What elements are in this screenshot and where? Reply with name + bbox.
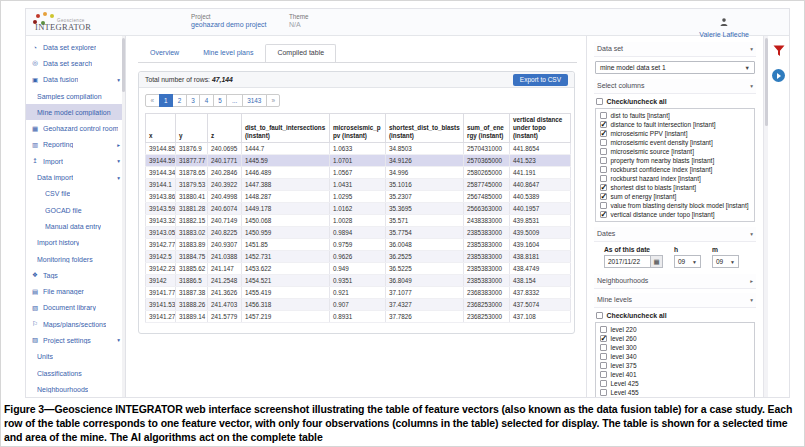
checkbox-icon[interactable] xyxy=(600,166,607,173)
levels-check-all[interactable]: Check/uncheck all xyxy=(596,312,756,319)
column-header[interactable]: sum_of_energy (instant) xyxy=(464,114,510,143)
column-option-property-from-nearby-blasts-instant[interactable]: property from nearby blasts [instant] xyxy=(600,156,750,165)
column-option-rockburst-hazard-index-instant[interactable]: rockburst hazard index [instant] xyxy=(600,174,750,183)
level-option-level-340[interactable]: level 340 xyxy=(600,352,750,361)
sidebar-item-units[interactable]: Units xyxy=(26,349,125,365)
level-option-level-220[interactable]: level 220 xyxy=(600,325,750,334)
checkbox-icon[interactable] xyxy=(600,202,607,209)
page-button-next[interactable]: » xyxy=(266,94,281,107)
page-button-3[interactable]: 3 xyxy=(186,94,201,107)
dataset-select[interactable]: mine model data set 1 ▼ xyxy=(595,61,755,74)
page-button-ellipsis[interactable]: ... xyxy=(226,94,242,107)
sidebar-item-samples-compilation[interactable]: Samples compilation xyxy=(26,88,125,104)
checkbox-icon[interactable] xyxy=(600,148,607,155)
panel-scrollbar[interactable] xyxy=(763,36,768,397)
column-option-value-from-blasting-density-block-model-instant[interactable]: value from blasting density block model … xyxy=(600,201,750,210)
page-button-1[interactable]: 1 xyxy=(159,94,174,107)
tab-compiled-table[interactable]: Compiled table xyxy=(265,44,336,62)
column-option-microseismic-source-instant[interactable]: microseismic source [instant] xyxy=(600,147,750,156)
column-header[interactable]: dist_to_fault_intersections (instant) xyxy=(242,114,330,143)
sidebar-item-mine-model-compilation[interactable]: Mine model compilation xyxy=(26,104,125,120)
dates-section-header[interactable]: Dates ▾ xyxy=(594,227,756,242)
sidebar-item-reporting[interactable]: ▥Reporting▸ xyxy=(26,137,125,153)
hour-select[interactable]: 09 ▼ xyxy=(674,255,701,268)
table-row[interactable]: 39144.5931877.77240.17711445.591.070134.… xyxy=(146,154,571,166)
column-header[interactable]: vertical distance under topo (instant) xyxy=(510,114,571,143)
table-row[interactable]: 39141.2731889.14241.57791457.2190.893137… xyxy=(146,310,571,322)
sidebar-item-data-set-explorer[interactable]: ◔Data set explorer xyxy=(26,39,125,55)
minute-select[interactable]: 09 ▼ xyxy=(712,255,739,268)
level-option-level-455[interactable]: Level 455 xyxy=(600,388,750,397)
page-button-4[interactable]: 4 xyxy=(199,94,214,107)
sidebar-item-import-history[interactable]: Import history xyxy=(26,235,125,251)
level-option-level-425[interactable]: Level 425 xyxy=(600,379,750,388)
sidebar-item-maps-plans-sections[interactable]: ⚐Maps/plans/sections xyxy=(26,316,125,332)
checkbox-icon[interactable] xyxy=(600,139,607,146)
user-name[interactable]: Valerie Lafleche xyxy=(699,31,749,38)
checkbox-icon[interactable] xyxy=(600,157,607,164)
table-row[interactable]: 39141.5331888.26241.47031456.3180.90737.… xyxy=(146,298,571,310)
level-option-level-260[interactable]: level 260 xyxy=(600,334,750,343)
column-option-microseismic-event-density-instant[interactable]: microseismic event density [instant] xyxy=(600,138,750,147)
sidebar-item-csv-file[interactable]: CSV file xyxy=(26,186,125,202)
checkbox-icon[interactable] xyxy=(600,211,607,218)
checkbox-icon[interactable] xyxy=(600,326,607,333)
checkbox-icon[interactable] xyxy=(600,112,607,119)
tab-overview[interactable]: Overview xyxy=(138,44,191,62)
table-row[interactable]: 39143.3231882.15240.71491450.0681.002835… xyxy=(146,214,571,226)
checkbox-icon[interactable] xyxy=(600,344,607,351)
page-button-5[interactable]: 5 xyxy=(213,94,228,107)
sidebar-item-document-library[interactable]: ▧Document library xyxy=(26,300,125,316)
sidebar-item-neighbourhoods[interactable]: Neighbourhoods xyxy=(26,381,125,397)
column-option-rockburst-confidence-index-instant[interactable]: rockburst confidence index [instant] xyxy=(600,165,750,174)
table-row[interactable]: 39143.0531883.02240.82251450.9590.989435… xyxy=(146,226,571,238)
checkbox-icon[interactable] xyxy=(600,353,607,360)
select-columns-section-header[interactable]: Select columns ▾ xyxy=(594,79,756,94)
checkbox-icon[interactable] xyxy=(600,130,607,137)
table-row[interactable]: 39141.7731887.38241.36261455.4190.92137.… xyxy=(146,286,571,298)
table-row[interactable]: 39144.8531876.9240.06951444.71.063334.85… xyxy=(146,142,571,154)
checkbox-icon[interactable] xyxy=(596,98,603,105)
column-header[interactable]: microseismic_ppv (instant) xyxy=(330,114,386,143)
column-header[interactable]: y xyxy=(176,114,208,143)
sidebar-item-tags[interactable]: ❖Tags xyxy=(26,267,125,283)
column-option-shortest-dist-to-blasts-instant[interactable]: shortest dist to blasts [instant] xyxy=(600,183,750,192)
column-option-dist-to-faults-instant[interactable]: dist to faults [instant] xyxy=(600,111,750,120)
level-option-level-300[interactable]: level 300 xyxy=(600,343,750,352)
sidebar-item-geohazard-control-room[interactable]: ▦Geohazard control room xyxy=(26,120,125,136)
table-row[interactable]: 39142.2331885.62241.1471453.6220.94936.5… xyxy=(146,262,571,274)
checkbox-icon[interactable] xyxy=(596,312,603,319)
sidebar-item-manual-data-entry[interactable]: Manual data entry xyxy=(26,218,125,234)
checkbox-icon[interactable] xyxy=(600,389,607,396)
level-option-level-401[interactable]: level 401 xyxy=(600,370,750,379)
dataset-section-header[interactable]: Data set ▾ xyxy=(594,42,756,57)
sidebar-item-data-set-search[interactable]: ◎Data set search xyxy=(26,55,125,71)
sidebar-scrollbar[interactable] xyxy=(122,36,125,397)
neighbourhoods-section-header[interactable]: Neighbourhoods ▸ xyxy=(594,274,756,289)
sidebar-item-import[interactable]: ↥Import▾ xyxy=(26,153,125,169)
mine-levels-section-header[interactable]: Mine levels ▾ xyxy=(594,293,756,308)
level-option-level-375[interactable]: level 375 xyxy=(600,361,750,370)
table-row[interactable]: 39144.3431878.65240.28461446.4891.056734… xyxy=(146,166,571,178)
checkbox-icon[interactable] xyxy=(600,371,607,378)
project-name-link[interactable]: geohazard demo project xyxy=(191,21,267,28)
checkbox-icon[interactable] xyxy=(600,184,607,191)
sidebar-item-monitoring-folders[interactable]: Monitoring folders xyxy=(26,251,125,267)
column-option-distance-to-fault-intersection-instant[interactable]: distance to fault intersection [instant] xyxy=(600,120,750,129)
column-header[interactable]: x xyxy=(146,114,176,143)
export-csv-button[interactable]: Export to CSV xyxy=(513,74,568,86)
sidebar-item-project-settings[interactable]: ▨Project settings▾ xyxy=(26,332,125,348)
sidebar-item-data-fusion[interactable]: ▣Data fusion▾ xyxy=(26,72,125,88)
table-row[interactable]: 39142.7731883.89240.93071451.850.975936.… xyxy=(146,238,571,250)
table-row[interactable]: 39142.531884.75241.03881452.7310.962636.… xyxy=(146,250,571,262)
column-option-microseismic-ppv-instant[interactable]: microseismic PPV [instant] xyxy=(600,129,750,138)
table-row[interactable]: 39144.131879.53240.39221447.3881.043135.… xyxy=(146,178,571,190)
column-option-vertical-distance-under-topo-instant[interactable]: vertical distance under topo [instant] xyxy=(600,210,750,219)
sidebar-item-file-manager[interactable]: ▤File manager xyxy=(26,283,125,299)
page-button-3143[interactable]: 3143 xyxy=(242,94,267,107)
sidebar-item-data-import[interactable]: Data import▾ xyxy=(26,169,125,185)
tab-mine-level-plans[interactable]: Mine level plans xyxy=(191,44,265,62)
table-row[interactable]: 39143.8631880.41240.49981448.2871.029535… xyxy=(146,190,571,202)
checkbox-icon[interactable] xyxy=(600,121,607,128)
run-play-button[interactable] xyxy=(772,69,785,82)
